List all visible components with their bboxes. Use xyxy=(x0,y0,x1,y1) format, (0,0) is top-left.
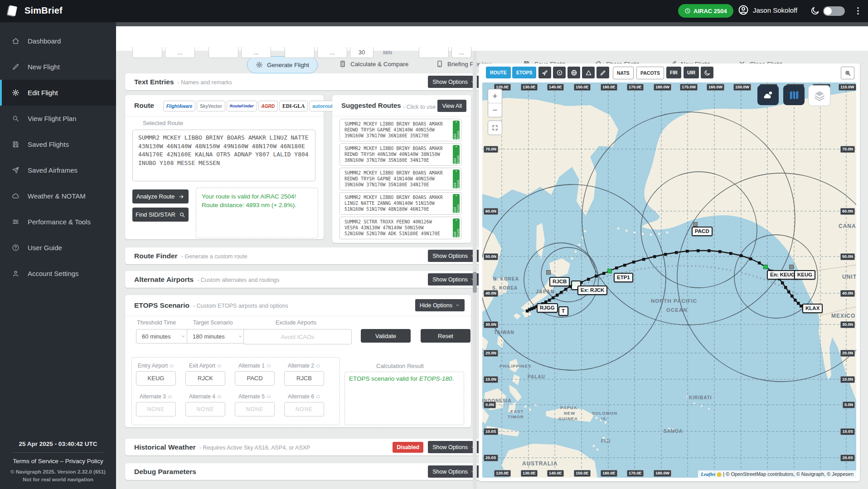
scrollbar-thumb[interactable] xyxy=(473,272,477,293)
exclude-airports-input[interactable] xyxy=(243,329,352,344)
route-link-button[interactable]: FlightAware xyxy=(163,101,195,111)
zoom-out-button[interactable] xyxy=(488,103,502,117)
airport-input[interactable]: KEUG xyxy=(136,371,176,386)
add-route-ribbon[interactable]: + Add Route xyxy=(453,121,460,140)
sidebar-item[interactable]: New Flight xyxy=(0,54,116,80)
leaflet-link[interactable]: Leaflet xyxy=(701,471,715,477)
add-route-ribbon[interactable]: + Add Route xyxy=(453,169,460,189)
show-options-button[interactable]: Show Options xyxy=(428,273,480,286)
map-globe-toggle[interactable] xyxy=(567,67,580,78)
cutoff-input[interactable]: ... xyxy=(241,47,271,58)
weather-cloud-icon[interactable] xyxy=(267,363,271,368)
map-night-toggle[interactable] xyxy=(701,67,713,78)
suggested-route-item[interactable]: SUMMR2 MCKEY LIBBO BRINY BOARS AMAKR LIN… xyxy=(339,192,461,215)
map-aircraft-toggle[interactable] xyxy=(538,67,551,78)
user-menu[interactable]: Jason Sokoloff xyxy=(738,5,797,15)
route-link-button[interactable]: AGRD xyxy=(258,101,278,111)
add-route-ribbon[interactable]: + Add Route xyxy=(453,145,460,164)
airport-input[interactable]: PACD xyxy=(235,371,275,386)
airport-input[interactable]: RJCB xyxy=(284,371,324,386)
map-fir-toggle[interactable]: FIR xyxy=(666,67,681,78)
show-options-button[interactable]: Show Options xyxy=(428,76,480,88)
airport-input[interactable]: NONE xyxy=(235,402,275,416)
cutoff-input[interactable] xyxy=(419,47,449,58)
weather-cloud-icon[interactable] xyxy=(316,394,320,399)
sidebar-item[interactable]: Performance & Tools xyxy=(0,209,116,235)
map-weather-layer-button[interactable] xyxy=(757,85,779,105)
sidebar-item[interactable]: View Flight Plan xyxy=(0,106,116,131)
suggested-route-item[interactable]: SUMMR2 MCKEY LIBBO BRINY BOARS AMAKR RED… xyxy=(339,119,461,141)
sidebar-item[interactable]: Account Settings xyxy=(0,261,116,286)
add-route-ribbon[interactable]: + Add Route xyxy=(453,218,460,237)
cutoff-input[interactable]: ... xyxy=(165,47,195,58)
weather-cloud-icon[interactable] xyxy=(316,363,320,368)
sidebar-item[interactable]: Saved Flights xyxy=(0,131,116,157)
selected-route-textarea[interactable]: SUMMR2 MCKEY LIBBO BRINY BOARS AMAKR LIN… xyxy=(132,130,315,181)
cutoff-input[interactable]: ... xyxy=(451,47,471,58)
cutoff-input[interactable] xyxy=(209,47,238,58)
route-link-button[interactable]: RouteFinder xyxy=(227,101,257,111)
airport-input[interactable]: NONE xyxy=(136,402,176,416)
map-nats-toggle[interactable]: NATS xyxy=(613,67,634,79)
scrollbar-track[interactable] xyxy=(473,51,477,489)
sidebar-item[interactable]: Weather & NOTAM xyxy=(0,183,116,209)
section-title: Debug Parameters xyxy=(134,468,196,476)
attribution-text[interactable]: | © OpenStreetMap contributors, © Navigr… xyxy=(723,471,853,477)
route-link-button[interactable]: SkyVector xyxy=(197,101,225,111)
validate-button[interactable]: Validate xyxy=(361,329,411,343)
map-layers-button[interactable] xyxy=(808,85,830,106)
terms-link[interactable]: Terms of Service xyxy=(13,458,58,465)
hide-options-button[interactable]: Hide Options xyxy=(415,299,465,311)
show-options-button[interactable]: Show Options xyxy=(428,250,480,262)
airport-input[interactable]: NONE xyxy=(284,402,324,416)
map-search-button[interactable] xyxy=(841,67,854,79)
map-navaid-toggle[interactable] xyxy=(553,67,566,78)
find-sidstar-button[interactable]: Find SID/STAR xyxy=(132,208,189,222)
show-options-button[interactable]: Show Options xyxy=(428,465,480,478)
sidebar-item[interactable]: Dashboard xyxy=(0,28,116,54)
weather-cloud-icon[interactable] xyxy=(217,363,222,368)
route-link-button[interactable]: EDI-GLA xyxy=(279,101,308,111)
airport-label: Entry Airport xyxy=(136,363,176,369)
dark-mode-toggle[interactable] xyxy=(823,6,845,16)
weather-cloud-icon[interactable] xyxy=(170,363,174,368)
tab[interactable]: Generate Flight xyxy=(247,56,318,73)
suggested-route-item[interactable]: SUMMR2 SCTRR TROXX PEENO 40N126W VESPA 4… xyxy=(339,217,461,239)
cutoff-input[interactable]: MIN xyxy=(376,47,399,58)
cutoff-input[interactable] xyxy=(132,47,162,58)
map-style-button[interactable] xyxy=(783,85,805,105)
cutoff-input[interactable]: ... xyxy=(317,47,347,58)
suggested-route-item[interactable]: SUMMR2 MCKEY LIBBO BRINY BOARS AMAKR RED… xyxy=(339,168,461,190)
weather-cloud-icon[interactable] xyxy=(217,394,222,399)
map-uir-toggle[interactable]: UIR xyxy=(684,67,699,78)
weather-cloud-icon[interactable] xyxy=(267,394,271,399)
cutoff-input[interactable] xyxy=(285,47,315,58)
airac-badge[interactable]: AIRAC 2504 xyxy=(678,4,733,18)
sidebar-item[interactable]: User Guide xyxy=(0,235,116,261)
map-draw-toggle[interactable] xyxy=(596,67,609,78)
airport-input[interactable]: NONE xyxy=(185,402,225,416)
map-waypoint-toggle[interactable] xyxy=(582,67,595,78)
cutoff-input[interactable]: 30 xyxy=(350,47,373,58)
reset-button[interactable]: Reset xyxy=(421,329,470,343)
airport-input[interactable]: RJCK xyxy=(185,371,225,386)
map-etops-toggle[interactable]: ETOPS xyxy=(512,67,536,78)
show-options-button[interactable]: Show Options xyxy=(428,441,480,453)
sidebar-item[interactable]: Saved Airframes xyxy=(0,157,116,183)
map-pacots-toggle[interactable]: PACOTS xyxy=(636,67,664,79)
fullscreen-button[interactable] xyxy=(488,121,502,135)
target-scenario-select[interactable]: 180 minutes xyxy=(187,329,247,344)
suggested-route-item[interactable]: SUMMR2 MCKEY LIBBO BRINY BOARS AMAKR RED… xyxy=(339,143,461,166)
zoom-in-button[interactable] xyxy=(488,89,502,103)
privacy-link[interactable]: Privacy Policy xyxy=(65,458,103,465)
sidebar-item[interactable]: Edit Flight xyxy=(0,80,116,106)
view-all-button[interactable]: View All xyxy=(437,100,466,112)
weather-cloud-icon[interactable] xyxy=(168,394,172,399)
map-route-toggle[interactable]: ROUTE xyxy=(486,67,511,78)
threshold-time-select[interactable]: 60 minutes xyxy=(136,329,189,344)
tab[interactable]: Calculate & Compare xyxy=(339,60,408,68)
add-route-ribbon[interactable]: + Add Route xyxy=(453,194,460,213)
map-canvas[interactable]: 120.0E130.0E140.0E150.0E160.0E170.0E180.… xyxy=(482,82,856,478)
overflow-menu-button[interactable] xyxy=(853,6,863,16)
analyze-route-button[interactable]: Analyze Route xyxy=(132,189,189,203)
